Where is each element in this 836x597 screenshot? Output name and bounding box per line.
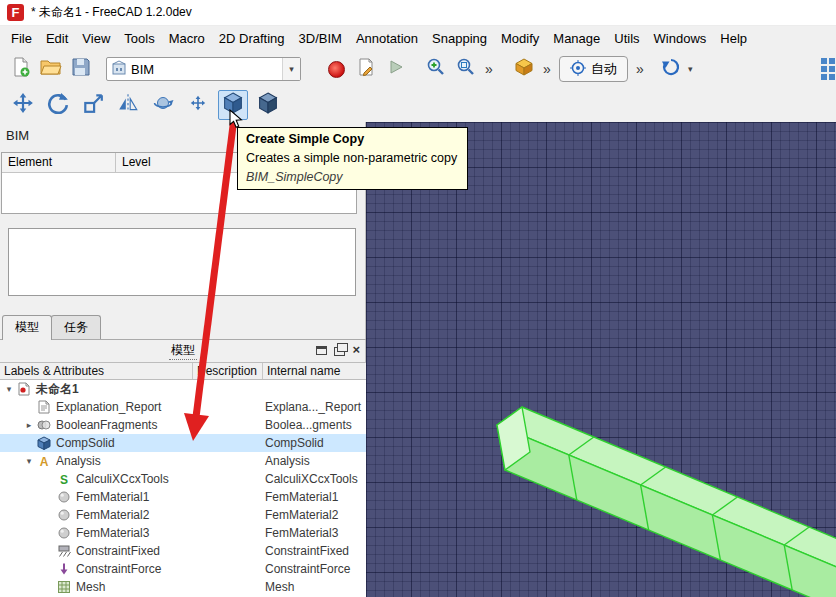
tree-row-document[interactable]: ▾ 未命名1 <box>0 380 366 398</box>
workbench-selector[interactable]: BIM ▾ <box>106 57 301 81</box>
column-element[interactable]: Element <box>2 153 116 172</box>
tree-row-constraint-force[interactable]: ConstraintForce ConstraintForce <box>0 560 366 578</box>
tree-item-label: CompSolid <box>56 436 115 450</box>
save-button[interactable] <box>66 54 96 84</box>
array-move-icon <box>190 95 206 115</box>
menu-2d-drafting[interactable]: 2D Drafting <box>212 28 292 49</box>
zoom-in-button[interactable] <box>421 54 451 84</box>
sync-view-button[interactable] <box>656 54 686 84</box>
toolbar-overflow-icon[interactable]: » <box>632 61 648 77</box>
column-labels-attributes[interactable]: Labels & Attributes <box>0 363 193 379</box>
menu-edit[interactable]: Edit <box>39 28 75 49</box>
scale-button[interactable] <box>78 90 108 120</box>
rotate-button[interactable] <box>43 90 73 120</box>
menu-modify[interactable]: Modify <box>494 28 546 49</box>
menu-tools[interactable]: Tools <box>117 28 161 49</box>
menu-macro[interactable]: Macro <box>162 28 212 49</box>
svg-text:S: S <box>60 473 68 487</box>
menu-bar: File Edit View Tools Macro 2D Drafting 3… <box>0 26 836 50</box>
collapse-icon[interactable]: ▾ <box>22 456 36 466</box>
material-sphere-icon <box>56 508 72 523</box>
compound-cube-icon <box>257 92 279 118</box>
play-icon <box>387 58 405 80</box>
toolbar-overflow-icon[interactable]: » <box>481 61 497 77</box>
menu-3d-bim[interactable]: 3D/BIM <box>292 28 349 49</box>
menu-view[interactable]: View <box>75 28 117 49</box>
tree-row-explanation-report[interactable]: Explanation_Report Explana..._Report <box>0 398 366 416</box>
dock-minimize-icon[interactable] <box>316 346 327 355</box>
menu-snapping[interactable]: Snapping <box>425 28 494 49</box>
workbench-selector-value: BIM <box>127 62 282 77</box>
menu-manage[interactable]: Manage <box>546 28 607 49</box>
column-internal-name[interactable]: Internal name <box>263 363 366 379</box>
move-button[interactable] <box>8 90 38 120</box>
create-simple-copy-button[interactable] <box>218 90 248 120</box>
menu-windows[interactable]: Windows <box>647 28 714 49</box>
zoom-selection-icon <box>456 57 476 81</box>
record-macro-button[interactable] <box>321 54 351 84</box>
auto-working-plane-button[interactable]: 自动 <box>559 56 628 82</box>
freecad-window: F * 未命名1 - FreeCAD 1.2.0dev File Edit Vi… <box>0 0 836 597</box>
tab-tasks[interactable]: 任务 <box>51 315 101 340</box>
array-button[interactable] <box>183 90 213 120</box>
expand-icon[interactable]: ▸ <box>22 420 36 430</box>
column-description[interactable]: Description <box>193 363 263 379</box>
zoom-selection-button[interactable] <box>451 54 481 84</box>
tree-row-analysis[interactable]: ▾ A Analysis Analysis <box>0 452 366 470</box>
title-bar: F * 未命名1 - FreeCAD 1.2.0dev <box>0 0 836 26</box>
tree-row-compsolid[interactable]: CompSolid CompSolid <box>0 434 366 452</box>
green-beam-model[interactable] <box>366 122 836 597</box>
menu-annotation[interactable]: Annotation <box>349 28 425 49</box>
menu-utils[interactable]: Utils <box>607 28 646 49</box>
tree-row-material-1[interactable]: FemMaterial1 FemMaterial1 <box>0 488 366 506</box>
tree-item-label: CalculiXCcxTools <box>76 472 169 486</box>
grid-snap-button[interactable] <box>820 57 836 85</box>
tree-row-material-2[interactable]: FemMaterial2 FemMaterial2 <box>0 506 366 524</box>
make-compound-button[interactable] <box>253 90 283 120</box>
tree-item-internal: ConstraintFixed <box>265 544 349 558</box>
new-file-button[interactable] <box>6 54 36 84</box>
mirror-icon <box>117 92 139 118</box>
collapse-icon[interactable]: ▾ <box>2 384 16 394</box>
tree-item-label: FemMaterial3 <box>76 526 149 540</box>
mesh-icon <box>56 580 72 595</box>
left-dock-panel: BIM Element Level 模型 任务 模型 × Labels & At… <box>0 122 366 597</box>
scale-icon <box>82 92 104 118</box>
dock-close-icon[interactable]: × <box>352 344 360 356</box>
chevron-down-icon[interactable]: ▾ <box>688 64 693 74</box>
orbit-button[interactable] <box>148 90 178 120</box>
analysis-icon: A <box>36 454 52 469</box>
isometric-cube-icon <box>514 57 534 81</box>
tree-item-label: FemMaterial1 <box>76 490 149 504</box>
tree-row-constraint-fixed[interactable]: ConstraintFixed ConstraintFixed <box>0 542 366 560</box>
tree-item-internal: FemMaterial2 <box>265 508 338 522</box>
toolbar-overflow-icon[interactable]: » <box>539 61 555 77</box>
working-plane-icon <box>570 60 586 79</box>
run-macro-button[interactable] <box>381 54 411 84</box>
isometric-view-button[interactable] <box>509 54 539 84</box>
tree-item-internal: Boolea...gments <box>265 418 352 432</box>
constraint-force-icon <box>56 562 72 577</box>
3d-viewport[interactable] <box>366 122 836 597</box>
tab-model[interactable]: 模型 <box>2 315 52 340</box>
tree-item-label: 未命名1 <box>36 381 79 398</box>
tooltip: Create Simple Copy Creates a simple non-… <box>237 127 468 190</box>
material-sphere-icon <box>56 490 72 505</box>
dock-float-icon[interactable] <box>334 347 345 356</box>
tree-row-mesh[interactable]: Mesh Mesh <box>0 578 366 596</box>
tree-header: Labels & Attributes Description Internal… <box>0 362 366 380</box>
tree-row-calculix[interactable]: S CalculiXCcxTools CalculiXCcxTools <box>0 470 366 488</box>
tree-item-internal: FemMaterial1 <box>265 490 338 504</box>
tree-item-internal: Mesh <box>265 580 294 594</box>
tree-item-internal: Explana..._Report <box>265 400 361 414</box>
open-file-button[interactable] <box>36 54 66 84</box>
tooltip-command: BIM_SimpleCopy <box>246 170 459 184</box>
tree-item-label: Mesh <box>76 580 105 594</box>
edit-macro-button[interactable] <box>351 54 381 84</box>
mirror-button[interactable] <box>113 90 143 120</box>
tree-row-material-3[interactable]: FemMaterial3 FemMaterial3 <box>0 524 366 542</box>
menu-file[interactable]: File <box>4 28 39 49</box>
menu-help[interactable]: Help <box>713 28 754 49</box>
tree-row-boolean-fragments[interactable]: ▸ BooleanFragments Boolea...gments <box>0 416 366 434</box>
chevron-down-icon[interactable]: ▾ <box>282 58 300 80</box>
